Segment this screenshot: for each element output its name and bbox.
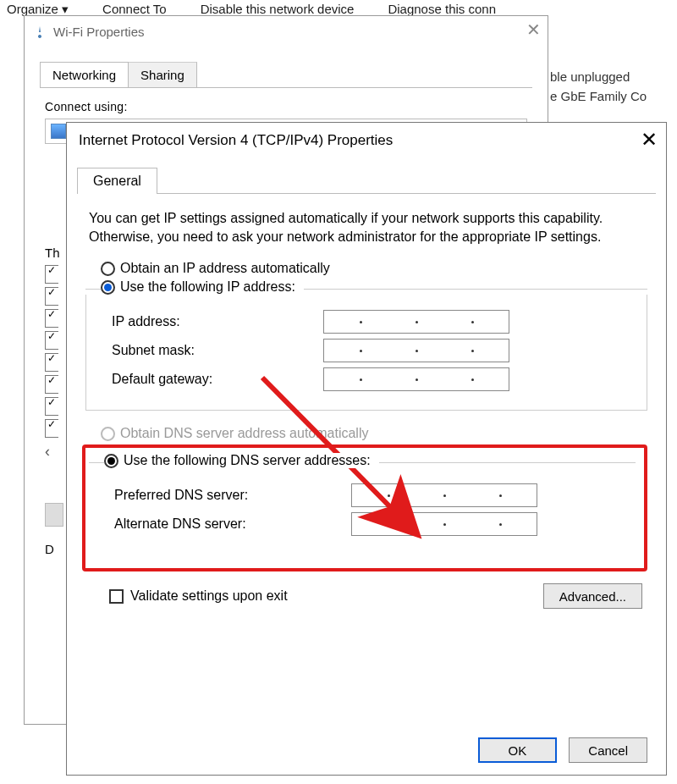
ipv4-titlebar[interactable]: Internet Protocol Version 4 (TCP/IPv4) P… [67, 123, 666, 158]
chk-row[interactable] [45, 375, 58, 394]
validate-checkbox[interactable] [109, 589, 124, 604]
ipv4-properties-window: Internet Protocol Version 4 (TCP/IPv4) P… [66, 122, 667, 776]
alternate-dns-row: Alternate DNS server: [106, 512, 624, 536]
wifi-titlebar[interactable]: Wi-Fi Properties ✕ [25, 16, 548, 47]
chk-row[interactable] [45, 287, 58, 306]
background-side-text: ble unplugged e GbE Family Co [550, 68, 677, 106]
tab-general[interactable]: General [77, 168, 157, 194]
chk-row[interactable] [45, 265, 58, 284]
ip-address-label: IP address: [103, 314, 323, 329]
radio-icon [101, 280, 115, 295]
bg-text-unplugged: ble unplugged [550, 68, 677, 87]
default-gateway-row: Default gateway: [103, 367, 635, 391]
radio-icon [101, 262, 115, 276]
alternate-dns-input[interactable] [351, 512, 537, 536]
chk-row[interactable] [45, 397, 58, 416]
radio-use-ip[interactable]: Use the following IP address: [101, 279, 299, 295]
ip-address-input[interactable] [323, 310, 509, 334]
subnet-mask-row: Subnet mask: [103, 339, 635, 362]
radio-obtain-ip-label: Obtain an IP address automatically [120, 261, 330, 276]
default-gateway-input[interactable] [323, 367, 509, 391]
dns-highlight-box: Use the following DNS server addresses: … [82, 444, 647, 571]
wifi-close-icon[interactable]: ✕ [526, 21, 541, 38]
radio-use-dns[interactable]: Use the following DNS server addresses: [104, 453, 374, 468]
chk-row[interactable] [45, 309, 58, 328]
wifi-title: Wi-Fi Properties [53, 25, 145, 39]
ipv4-tabs: General [77, 167, 656, 194]
radio-icon [101, 427, 115, 441]
preferred-dns-input[interactable] [351, 483, 537, 507]
alternate-dns-label: Alternate DNS server: [106, 516, 351, 532]
validate-label: Validate settings upon exit [130, 588, 288, 604]
preferred-dns-row: Preferred DNS server: [106, 483, 624, 507]
chk-row[interactable] [45, 353, 58, 372]
radio-obtain-ip[interactable]: Obtain an IP address automatically [101, 261, 647, 276]
wifi-icon [33, 25, 47, 38]
cancel-button[interactable]: Cancel [569, 737, 647, 763]
ipv4-title: Internet Protocol Version 4 (TCP/IPv4) P… [79, 132, 393, 149]
ok-button[interactable]: OK [478, 737, 558, 763]
tab-networking[interactable]: Networking [40, 62, 129, 87]
dialog-buttons: OK Cancel [478, 737, 647, 763]
radio-icon [104, 454, 118, 468]
ip-address-row: IP address: [103, 310, 635, 334]
subnet-mask-label: Subnet mask: [103, 343, 323, 358]
validate-row: Validate settings upon exit Advanced... [109, 583, 647, 609]
ipv4-close-icon[interactable]: ✕ [641, 128, 658, 152]
ip-group: Use the following IP address: IP address… [85, 279, 647, 411]
radio-use-ip-label: Use the following IP address: [120, 279, 295, 295]
default-gateway-label: Default gateway: [103, 372, 323, 387]
advanced-button[interactable]: Advanced... [543, 583, 642, 609]
adapter-icon [51, 124, 66, 139]
bg-text-family: e GbE Family Co [550, 87, 677, 107]
connect-using-label: Connect using: [45, 100, 527, 113]
subnet-mask-input[interactable] [323, 339, 509, 362]
chk-row[interactable] [45, 419, 58, 438]
radio-obtain-dns: Obtain DNS server address automatically [101, 426, 647, 441]
chk-row[interactable] [45, 331, 58, 350]
dns-group: Use the following DNS server addresses: … [89, 453, 636, 544]
ipv4-content: You can get IP settings assigned automat… [67, 194, 666, 624]
radio-obtain-dns-label: Obtain DNS server address automatically [120, 426, 368, 441]
preferred-dns-label: Preferred DNS server: [106, 488, 351, 503]
radio-use-dns-label: Use the following DNS server addresses: [124, 453, 371, 468]
ipv4-intro-text: You can get IP settings assigned automat… [89, 209, 644, 246]
wifi-desc-left-edge [45, 503, 63, 527]
tab-sharing[interactable]: Sharing [128, 62, 197, 87]
wifi-tabs: Networking Sharing [40, 62, 532, 88]
